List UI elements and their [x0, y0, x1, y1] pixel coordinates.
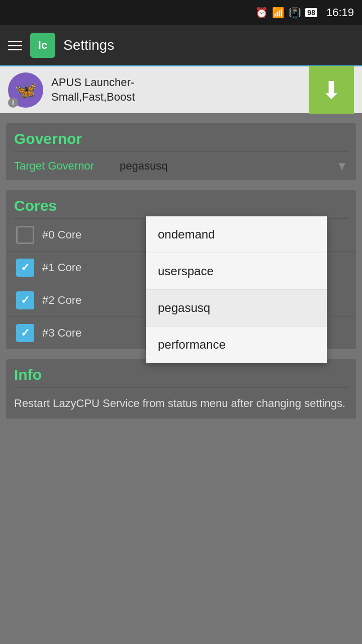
- app-logo: lc: [30, 33, 55, 58]
- info-title: Info: [14, 366, 348, 383]
- dropdown-item-userspace[interactable]: userspace: [146, 253, 327, 290]
- ad-app-icon: 🦋 i: [8, 72, 43, 108]
- menu-button[interactable]: [8, 41, 22, 50]
- governor-label: Target Governor: [14, 159, 120, 173]
- core0-checkbox[interactable]: [16, 226, 34, 244]
- status-bar: ⏰ 📶 📳 98 16:19: [0, 0, 362, 25]
- info-header: Info: [6, 359, 356, 387]
- ad-download-button[interactable]: ⬇: [309, 66, 354, 114]
- core1-label: #1 Core: [42, 261, 81, 274]
- bottom-fill: [0, 439, 362, 539]
- wifi-icon: 📶: [272, 7, 285, 19]
- app-toolbar: lc Settings: [0, 25, 362, 65]
- dropdown-item-ondemand[interactable]: ondemand: [146, 216, 327, 253]
- ad-banner: 🦋 i APUS Launcher-Small,Fast,Boost ⬇: [0, 65, 362, 113]
- governor-row[interactable]: Target Governor pegasusq ▼: [6, 152, 356, 180]
- chevron-down-icon: ▼: [336, 159, 348, 173]
- battery-level: 98: [305, 8, 317, 17]
- info-badge: i: [8, 98, 18, 108]
- download-icon: ⬇: [321, 76, 341, 104]
- core2-label: #2 Core: [42, 294, 81, 307]
- signal-icon: 📳: [289, 7, 301, 19]
- status-time: 16:19: [326, 6, 354, 19]
- governor-dropdown[interactable]: ondemand userspace pegasusq performance: [146, 216, 327, 363]
- dropdown-item-performance[interactable]: performance: [146, 327, 327, 363]
- alarm-icon: ⏰: [255, 7, 268, 19]
- core1-checkbox[interactable]: [16, 259, 34, 277]
- core3-label: #3 Core: [42, 327, 81, 340]
- cores-title: Cores: [14, 197, 348, 214]
- bird-icon: 🦋: [15, 79, 37, 101]
- governor-value: pegasusq: [120, 159, 336, 173]
- status-icons: ⏰ 📶 📳 98: [255, 7, 317, 19]
- governor-header: Governor: [6, 123, 356, 151]
- core3-checkbox[interactable]: [16, 324, 34, 342]
- core0-label: #0 Core: [42, 228, 81, 242]
- governor-section: Governor Target Governor pegasusq ▼: [6, 123, 356, 180]
- info-section: Info Restart LazyCPU Service from status…: [6, 359, 356, 419]
- governor-title: Governor: [14, 130, 348, 147]
- dropdown-item-pegasusq[interactable]: pegasusq: [146, 290, 327, 327]
- core2-checkbox[interactable]: [16, 291, 34, 309]
- ad-text: APUS Launcher-Small,Fast,Boost: [51, 75, 301, 104]
- info-text: Restart LazyCPU Service from status menu…: [6, 388, 356, 419]
- page-title: Settings: [63, 37, 114, 53]
- ad-title: APUS Launcher-Small,Fast,Boost: [51, 75, 301, 104]
- cores-header: Cores: [6, 190, 356, 218]
